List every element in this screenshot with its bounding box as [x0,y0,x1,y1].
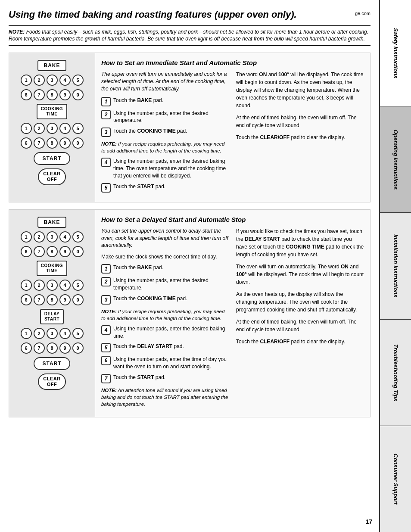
tab-installation[interactable]: Installation Instructions [380,213,411,319]
num-row-3b: 6 7 8 9 0 [21,246,84,257]
num-row-5a: 1 2 3 4 5 [21,328,84,339]
num-btn-4: 4 [59,75,71,86]
num2-btn-4c: 4 [59,328,71,339]
tab-consumer[interactable]: Consumer Support [380,426,411,532]
note-text-content: Foods that spoil easily—such as milk, eg… [9,29,368,42]
num2-btn-9b: 9 [59,294,71,305]
num-btn-2: 2 [34,75,45,86]
num2-btn-8b: 8 [47,294,58,305]
section1-right-p1: The word ON and 100° will be displayed. … [236,71,364,109]
step-text-4: Using the number pads, enter the desired… [113,158,229,179]
num2-btn-4b: 4 [59,280,71,291]
step-num-3: 3 [101,128,111,137]
step-num-1: 1 [101,97,111,106]
section2-diagram: BAKE 1 2 3 4 5 6 7 8 9 0 C [9,210,95,417]
step-2-2: 2 Using the number pads, enter the desir… [101,277,229,292]
num-btn-8b: 8 [47,137,58,149]
oven-control-1: Bake 1 2 3 4 5 6 7 8 9 0 C [21,60,84,185]
num2-btn-7: 7 [34,246,45,257]
step-1-2: 2 Using the number pads, enter the desir… [101,110,229,124]
num2-btn-1: 1 [21,231,32,243]
num-row-5b: 6 7 8 9 0 [21,342,84,354]
tab-troubleshooting[interactable]: Troubleshooting Tips [380,320,411,426]
cooking-time-button-diagram-2: COOKINGTIME [37,261,67,276]
step2-num-7: 7 [101,374,111,383]
num-row-1a: 1 2 3 4 5 [21,75,84,86]
section2-right-p4: At the end of timed baking, the oven wil… [236,318,364,333]
num2-btn-6b: 6 [21,294,32,305]
num2-btn-6: 6 [21,246,32,257]
num2-btn-8: 8 [47,246,58,257]
section2-right: If you would like to check the times you… [236,227,364,411]
num-btn-8: 8 [47,89,58,100]
step2-num-1: 1 [101,264,111,274]
num2-btn-0c: 0 [72,342,84,354]
step2-text-1: Touch the BAKE pad. [113,264,229,271]
num-btn-6: 6 [21,89,32,100]
section1-intro: The upper oven will turn on immediately … [101,71,229,92]
num-btn-4b: 4 [59,123,71,134]
num2-btn-8c: 8 [47,342,58,354]
num2-btn-4: 4 [59,231,71,243]
tab-troubleshooting-label: Troubleshooting Tips [392,344,399,401]
note-label: NOTE: [9,29,25,35]
section1-right: The word ON and 100° will be displayed. … [236,71,364,196]
section2-title: How to Set a Delayed Start and Automatic… [101,216,364,223]
start-button-diagram-2: START [34,357,70,370]
step2-num-5: 5 [101,343,111,352]
num-row-1b: 6 7 8 9 0 [21,89,84,100]
step-2-3: 3 Touch the COOKING TIME pad. [101,295,229,305]
num-btn-1b: 1 [21,123,32,134]
step-1-1: 1 Touch the BAKE pad. [101,97,229,106]
step-1-5: 5 Touch the START pad. [101,183,229,193]
step2-num-6: 6 [101,356,111,365]
num2-btn-6c: 6 [21,342,32,354]
step-text-3: Touch the COOKING TIME pad. [113,128,229,135]
section1-right-p3: Touch the CLEAR/OFF pad to clear the dis… [236,134,364,141]
num-btn-5: 5 [72,75,84,86]
step-text-5: Touch the START pad. [113,183,229,190]
pre-step-note: Make sure the clock shows the correct ti… [101,253,229,261]
step-2-5: 5 Touch the DELAY START pad. [101,343,229,352]
num2-btn-9c: 9 [59,342,71,354]
cooking-time-button-diagram-1: COOKINGTIME [37,104,67,119]
section1-instructions: How to Set an Immediate Start and Automa… [95,53,370,202]
step2-text-2: Using the number pads, enter the desired… [113,277,229,292]
num-row-2b: 6 7 8 9 0 [21,137,84,149]
num2-btn-2c: 2 [34,328,45,339]
step-num-4: 4 [101,158,111,167]
section2-note2: NOTE: An attention tone will sound if yo… [101,387,229,408]
tab-operating[interactable]: Operating Instructions [380,106,411,213]
num-btn-7b: 7 [34,137,45,149]
section2-right-p2: The oven will turn on automatically. The… [236,263,364,286]
step-2-1: 1 Touch the BAKE pad. [101,264,229,274]
website-label: ge.com [355,11,371,16]
safety-note: NOTE: Foods that spoil easily—such as mi… [9,25,371,46]
page-title: Using the timed baking and roasting feat… [9,9,297,21]
section2-columns: You can set the upper oven control to de… [101,227,364,411]
page-number: 17 [365,518,372,525]
num-btn-0b: 0 [72,137,84,149]
section1-diagram: Bake 1 2 3 4 5 6 7 8 9 0 C [9,53,95,202]
num-row-3a: 1 2 3 4 5 [21,231,84,243]
num2-btn-3: 3 [47,231,58,243]
start-button-diagram-1: Start [34,152,70,165]
step2-text-3: Touch the COOKING TIME pad. [113,295,229,302]
step2-num-2: 2 [101,277,111,286]
num-btn-5b: 5 [72,123,84,134]
num-btn-2b: 2 [34,123,45,134]
num-btn-3: 3 [47,75,58,86]
section2-right-p3: As the oven heats up, the display will s… [236,290,364,314]
num2-btn-9: 9 [59,246,71,257]
tab-safety[interactable]: Safety Instructions [380,0,411,106]
section1-box: Bake 1 2 3 4 5 6 7 8 9 0 C [9,53,371,202]
step2-text-6: Using the number pads, enter the time of… [113,356,229,370]
delay-start-button-diagram: DELAYSTART [40,309,64,324]
step2-num-4: 4 [101,325,111,335]
section2-instructions: How to Set a Delayed Start and Automatic… [95,210,370,417]
num2-btn-5b: 5 [72,280,84,291]
num-row-4a: 1 2 3 4 5 [21,280,84,291]
num2-btn-5c: 5 [72,328,84,339]
step2-num-3: 3 [101,295,111,305]
num2-btn-1c: 1 [21,328,32,339]
